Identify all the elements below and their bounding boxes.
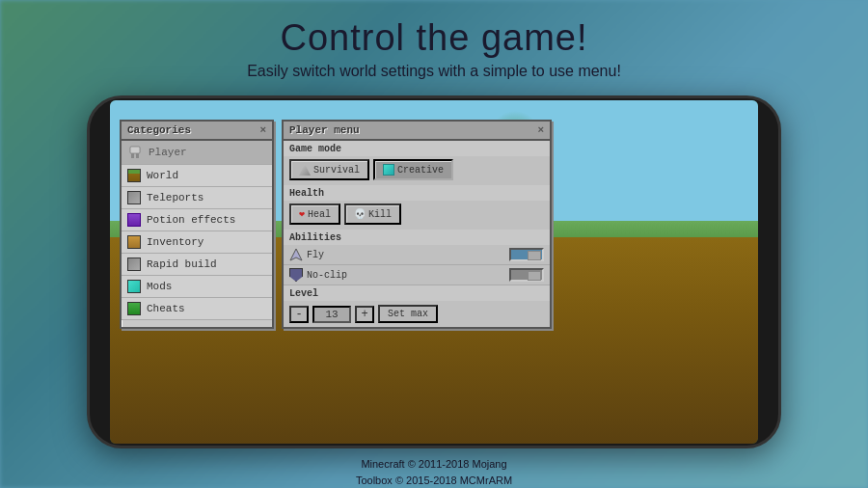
- level-section-label: Level: [284, 285, 550, 301]
- sidebar-item-potion-effects[interactable]: Potion effects: [122, 209, 272, 231]
- player-label: Player: [149, 147, 187, 158]
- fly-label-group: Fly: [289, 248, 324, 261]
- health-label: Health: [284, 185, 550, 201]
- cheats-icon: [127, 302, 141, 315]
- noclip-row: No-clip: [284, 265, 550, 285]
- categories-close-button[interactable]: ×: [259, 124, 266, 136]
- teleports-icon: [127, 191, 141, 204]
- noclip-icon: [289, 268, 303, 282]
- cheats-label: Cheats: [147, 303, 185, 314]
- abilities-label: Abilities: [284, 230, 550, 245]
- creative-label: Creative: [397, 165, 444, 176]
- fly-row: Fly: [284, 245, 550, 265]
- teleports-label: Teleports: [147, 192, 203, 203]
- sidebar-item-world[interactable]: World: [122, 165, 272, 187]
- survival-icon: [299, 164, 311, 176]
- rapid-build-icon: [127, 258, 141, 271]
- inventory-icon: [127, 235, 141, 249]
- potion-effects-label: Potion effects: [147, 214, 235, 226]
- potion-icon: [127, 213, 141, 227]
- svg-rect-1: [131, 153, 134, 158]
- level-minus-button[interactable]: -: [289, 306, 309, 323]
- sidebar-item-teleports[interactable]: Teleports: [122, 187, 272, 209]
- player-panel-title: Player menu: [289, 124, 360, 136]
- player-panel: Player menu × Game mode Survival Creativ…: [282, 120, 552, 329]
- player-panel-title-bar: Player menu ×: [284, 122, 550, 141]
- noclip-toggle[interactable]: [509, 268, 544, 282]
- mods-icon: [127, 280, 141, 293]
- categories-title: Categories: [127, 124, 191, 136]
- world-label: World: [147, 170, 178, 181]
- fly-toggle[interactable]: [509, 248, 544, 261]
- fly-icon: [289, 248, 303, 261]
- player-panel-close-button[interactable]: ×: [537, 124, 544, 136]
- phone-button-left: [87, 214, 89, 253]
- creative-icon: [383, 164, 394, 176]
- survival-button[interactable]: Survival: [289, 159, 369, 180]
- health-section: ❤ Heal 💀 Kill: [284, 201, 550, 230]
- inventory-label: Inventory: [147, 236, 203, 248]
- skull-icon: 💀: [354, 208, 366, 220]
- rapid-build-label: Rapid build: [147, 258, 217, 270]
- footer-line1: Minecraft © 2011-2018 Mojang: [356, 456, 512, 473]
- heart-icon: ❤: [299, 208, 305, 220]
- sidebar-item-mods[interactable]: Mods: [122, 276, 272, 298]
- svg-rect-0: [130, 147, 140, 153]
- game-mode-label: Game mode: [284, 141, 550, 156]
- sidebar-item-player[interactable]: Player: [122, 141, 272, 165]
- heal-label: Heal: [308, 209, 331, 220]
- phone-screen: Categories × Player World: [110, 100, 758, 444]
- noclip-label: No-clip: [307, 270, 347, 281]
- phone-frame: Categories × Player World: [87, 95, 781, 448]
- heal-button[interactable]: ❤ Heal: [289, 203, 340, 225]
- noclip-label-group: No-clip: [289, 268, 347, 282]
- sidebar-item-inventory[interactable]: Inventory: [122, 231, 272, 254]
- level-row: - 13 + Set max: [284, 301, 550, 327]
- svg-rect-2: [136, 153, 139, 158]
- mods-label: Mods: [147, 281, 172, 292]
- sidebar-item-rapid-build[interactable]: Rapid build: [122, 254, 272, 276]
- player-icon: [127, 145, 143, 160]
- creative-button[interactable]: Creative: [373, 159, 453, 180]
- fly-label: Fly: [307, 250, 324, 260]
- content-wrapper: Control the game! Easily switch world se…: [0, 0, 868, 488]
- kill-button[interactable]: 💀 Kill: [344, 203, 401, 225]
- phone-button-right: [779, 195, 781, 243]
- level-plus-button[interactable]: +: [355, 306, 374, 323]
- game-mode-section: Survival Creative: [284, 156, 550, 185]
- world-icon: [127, 169, 141, 182]
- panels-container: Categories × Player World: [120, 120, 552, 329]
- level-display: 13: [312, 306, 351, 323]
- kill-label: Kill: [368, 209, 392, 220]
- footer: Minecraft © 2011-2018 Mojang Toolbox © 2…: [356, 456, 512, 488]
- headline: Control the game!: [280, 17, 587, 59]
- survival-label: Survival: [313, 165, 360, 176]
- subheadline: Easily switch world settings with a simp…: [247, 63, 621, 80]
- sidebar-item-cheats[interactable]: Cheats: [122, 298, 272, 320]
- categories-panel: Categories × Player World: [120, 120, 274, 329]
- set-max-button[interactable]: Set max: [378, 305, 438, 323]
- footer-line2: Toolbox © 2015-2018 MCMrARM: [356, 473, 512, 489]
- categories-title-bar: Categories ×: [122, 122, 272, 141]
